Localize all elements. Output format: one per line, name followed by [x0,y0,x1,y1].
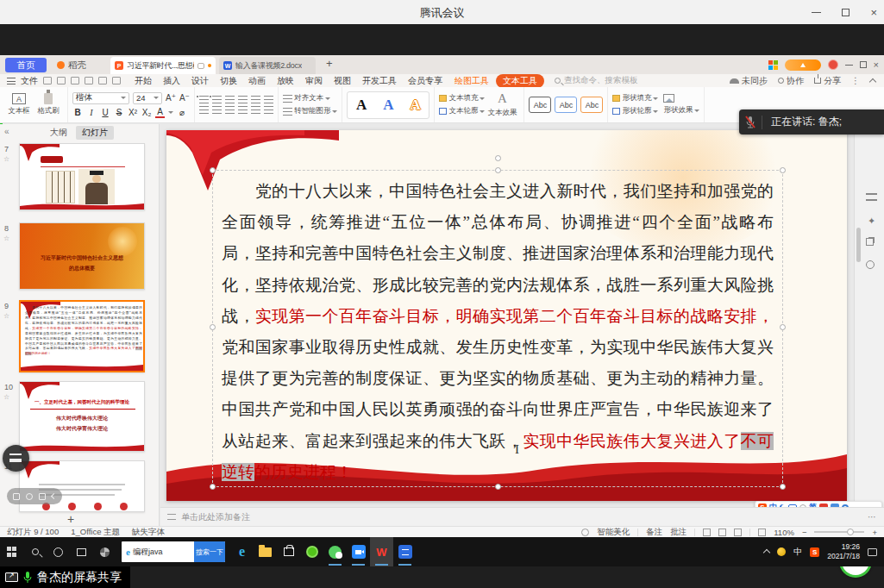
font-name-select[interactable]: 楷体 [72,92,129,104]
tray-sogou-icon[interactable]: S [810,547,819,557]
workspace-grid-icon[interactable] [768,60,778,70]
font-color-caret[interactable] [168,111,173,114]
shape-style-blue[interactable]: Abc [555,97,577,113]
taskbar-edge[interactable]: e [230,537,254,566]
start-button[interactable] [0,537,23,566]
slide-thumbnail-11[interactable] [19,460,145,512]
current-slide[interactable]: 党的十八大以来，中国特色社会主义进入新时代，我们坚持和加强党的全面领导，统筹推进… [166,130,847,501]
slide-textbox[interactable]: 党的十八大以来，中国特色社会主义进入新时代，我们坚持和加强党的全面领导，统筹推进… [212,170,783,487]
textbox-button[interactable]: A 文本框 [4,93,34,116]
task-view-button[interactable] [70,537,93,566]
menu-slideshow[interactable]: 放映 [277,75,294,87]
shape-effect-button[interactable]: 形状效果 [663,105,699,116]
resize-handle[interactable] [780,324,786,330]
normal-view-icon[interactable] [703,529,711,536]
undo-icon[interactable] [98,77,107,84]
decrease-indent-icon[interactable] [225,96,235,103]
menu-review[interactable]: 审阅 [305,75,323,87]
slide-thumbnail-10[interactable]: 一、立足时代之基，回答时代之问的科学理论 伟大时代呼唤伟大理论 伟大时代孕育伟大… [19,381,145,452]
preset-black-a[interactable]: A [356,97,367,114]
beautify-button[interactable]: 智能美化 [597,527,630,538]
taskbar-docs[interactable] [393,537,417,566]
clear-format-button[interactable]: ⌀ [177,108,187,117]
minimize-icon[interactable] [812,12,821,13]
shape-style-orange[interactable]: Abc [580,97,603,113]
notes-bar[interactable]: 单击此处添加备注 ⋯ [160,507,884,526]
align-text-button[interactable]: 对齐文本 [283,93,338,103]
shape-fill-button[interactable]: 形状填充 [612,93,658,103]
resize-handle[interactable] [780,167,786,173]
avatar[interactable] [828,59,838,70]
line-spacing-icon[interactable] [264,96,273,103]
underline-button[interactable]: U [100,108,110,117]
sorter-view-icon[interactable] [718,529,726,536]
tray-security-icon[interactable] [777,547,786,556]
tab-outline[interactable]: 大纲 [50,127,67,139]
font-color-button[interactable]: A [155,107,165,118]
strike-button[interactable]: S [114,108,124,117]
taskbar-wps-active[interactable]: W [370,537,393,566]
add-slide-button[interactable]: + [67,512,74,526]
preset-orange-a[interactable]: A [411,97,421,114]
emoji-icon[interactable] [26,493,33,500]
maximize-icon[interactable] [842,9,850,16]
slide-thumbnail-8[interactable]: 习近平新时代中国特色社会主义思想 的总体概要 [19,222,145,290]
zoom-level[interactable]: 110% [774,528,794,537]
resize-handle[interactable] [210,324,216,330]
grow-font-button[interactable]: A⁺ [166,93,176,103]
subscript-button[interactable]: X₂ [141,108,152,117]
wps-minimize-icon[interactable] [845,65,853,66]
preset-blue-a[interactable]: A [383,97,393,114]
zoom-slider[interactable] [814,531,864,533]
duplicate-icon[interactable] [866,238,874,246]
taskbar-search-button[interactable] [23,537,47,566]
picture-icon[interactable] [663,94,674,103]
zoom-in-button[interactable]: + [872,528,877,537]
menu-transition[interactable]: 切换 [220,75,237,87]
more-menu-icon[interactable]: ⋮ [851,76,860,85]
cortana-button[interactable] [47,537,70,566]
text-tools-tab[interactable]: 文本工具 [496,74,544,88]
draw-tools-tab[interactable]: 绘图工具 [455,75,489,87]
text-effect-button[interactable]: A 文本效果 [485,91,519,118]
text-direction-icon[interactable] [251,96,260,103]
wps-close-icon[interactable]: × [874,60,879,70]
format-painter-button[interactable]: 格式刷 [34,93,63,116]
chat-icon[interactable] [39,493,46,500]
save-icon[interactable] [43,77,52,84]
resize-handle[interactable] [495,167,501,173]
distribute-icon[interactable] [251,106,260,114]
meeting-mini-toolbar[interactable] [7,488,62,504]
tab-docer[interactable]: 稻壳 [52,58,102,72]
missing-font-warning[interactable]: 缺失字体 [132,527,165,538]
zoom-slider-knob[interactable] [847,529,854,535]
superscript-button[interactable]: X² [128,108,138,117]
menu-insert[interactable]: 插入 [163,75,180,87]
history-icon[interactable] [866,260,875,269]
shape-outline-button[interactable]: 形状轮廓 [612,106,658,116]
scrollbar-thumb[interactable] [856,228,861,262]
sync-status[interactable]: 未同步 [730,75,768,87]
tab-presentation-doc[interactable]: P 习近平新时代...思想概论总论 [110,57,216,74]
font-size-select[interactable]: 24 [133,92,162,104]
theme-name[interactable]: 1_Office 主题 [71,527,120,538]
tab-slides[interactable]: 幻灯片 [76,126,114,140]
tray-clock[interactable]: 19:26 2021/7/18 [827,542,860,561]
notes-more-icon[interactable]: ⋯ [868,512,877,522]
menu-view[interactable]: 视图 [334,75,351,87]
menu-member[interactable]: 会员专享 [408,75,442,87]
tray-ime-indicator[interactable]: 中 [793,546,802,558]
menu-design[interactable]: 设计 [191,75,209,87]
new-tab-button[interactable]: + [326,57,333,70]
preview-icon[interactable] [85,77,93,84]
tab-word-doc[interactable]: W 输入备课视频2.docx [219,57,316,74]
slide-thumbnail-7[interactable] [19,143,145,210]
command-search[interactable]: 查找命令、搜索模板 [555,75,638,86]
menu-start[interactable]: 开始 [135,75,152,87]
align-center-icon[interactable] [212,106,222,114]
member-badge[interactable] [785,59,821,71]
taskbar-explorer[interactable] [254,537,277,566]
tab-home[interactable]: 首页 [5,58,47,72]
columns-icon[interactable] [264,106,273,114]
slide-thumbnail-9-selected[interactable]: 党的十八大以来，中国特色社会主义进入新时代，我们坚持和加强党的全面领导，统筹推进… [19,300,145,372]
